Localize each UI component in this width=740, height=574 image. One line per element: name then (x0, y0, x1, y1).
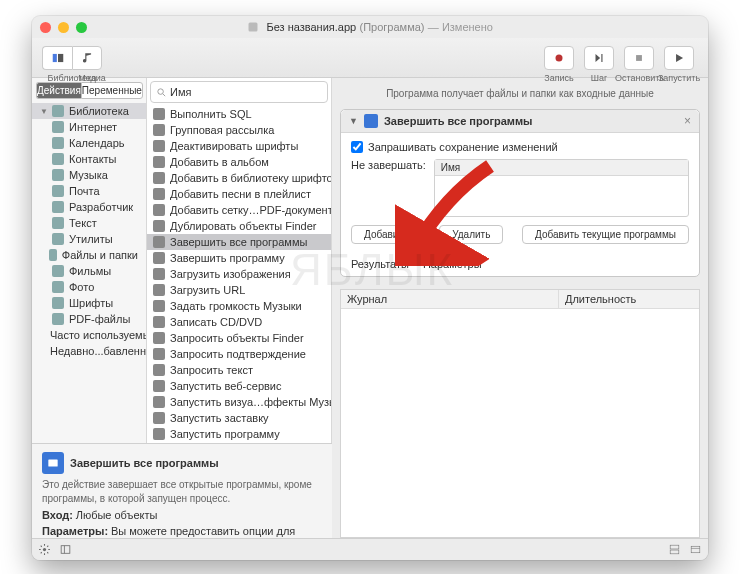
disclosure-triangle[interactable]: ▼ (349, 116, 358, 126)
footer (32, 538, 708, 560)
add-current-button[interactable]: Добавить текущие программы (522, 225, 689, 244)
log-col-duration[interactable]: Длительность (559, 290, 699, 308)
automator-window: Без названия.app (Программа) — Изменено … (32, 16, 708, 560)
action-item[interactable]: Запросить подтверждение (147, 346, 331, 362)
action-item[interactable]: Деактивировать шрифты (147, 138, 331, 154)
actions-pane: Имя Выполнить SQLГрупповая рассылкаДеакт… (147, 78, 332, 443)
options-link[interactable]: Параметры (423, 258, 482, 270)
record-label: Запись (544, 73, 574, 83)
gear-icon[interactable] (38, 543, 51, 556)
action-item[interactable]: Запросить объекты Finder (147, 330, 331, 346)
svg-point-3 (556, 54, 563, 61)
library-tabs: Действия Переменные (36, 82, 142, 99)
svg-rect-2 (58, 53, 63, 61)
log-icon[interactable] (689, 543, 702, 556)
category-item[interactable]: Интернет (32, 119, 146, 135)
action-item[interactable]: Групповая рассылка (147, 122, 331, 138)
ask-save-checkbox[interactable]: Запрашивать сохранение изменений (351, 141, 689, 153)
category-item[interactable]: Фильмы (32, 263, 146, 279)
description-text: Это действие завершает все открытые прог… (42, 478, 322, 505)
action-item[interactable]: Запустить заставку (147, 410, 331, 426)
category-item[interactable]: Календарь (32, 135, 146, 151)
action-item[interactable]: Добавить песни в плейлист (147, 186, 331, 202)
remove-action[interactable]: × (684, 114, 691, 128)
action-icon (364, 114, 378, 128)
window-title: Без названия.app (Программа) — Изменено (32, 20, 708, 34)
category-item[interactable]: Шрифты (32, 295, 146, 311)
log-col-journal[interactable]: Журнал (341, 290, 559, 308)
category-item[interactable]: Часто используемые (32, 327, 146, 343)
category-item[interactable]: Утилиты (32, 231, 146, 247)
action-item[interactable]: Добавить сетку…PDF-документам (147, 202, 331, 218)
tab-actions[interactable]: Действия (36, 82, 81, 99)
tab-variables[interactable]: Переменные (81, 82, 143, 99)
step-button[interactable] (584, 46, 614, 70)
category-item[interactable]: Музыка (32, 167, 146, 183)
description-pane: Завершить все программы Это действие зав… (32, 443, 332, 538)
input-hint: Программа получает файлы и папки как вхо… (332, 78, 708, 109)
media-label: Медиа (72, 73, 112, 83)
action-footer: Результаты Параметры (341, 252, 699, 276)
category-item[interactable]: PDF-файлы (32, 311, 146, 327)
svg-rect-12 (670, 550, 679, 554)
svg-line-6 (163, 93, 165, 95)
titlebar: Без названия.app (Программа) — Изменено (32, 16, 708, 38)
stop-button[interactable] (624, 46, 654, 70)
view-icon[interactable] (59, 543, 72, 556)
action-item[interactable]: Выполнить SQL (147, 106, 331, 122)
action-item[interactable]: Загрузить URL (147, 282, 331, 298)
search-input[interactable]: Имя (150, 81, 328, 103)
content-area: Действия Переменные ▼Библиотека Интернет… (32, 78, 708, 538)
app-icon (247, 21, 259, 33)
action-item[interactable]: Запустить веб-сервис (147, 378, 331, 394)
category-item[interactable]: ▼Библиотека (32, 103, 146, 119)
action-item[interactable]: Загрузить изображения (147, 266, 331, 282)
delete-button[interactable]: Удалить (439, 225, 503, 244)
category-pane: Действия Переменные ▼Библиотека Интернет… (32, 78, 147, 443)
media-button[interactable] (72, 46, 102, 70)
svg-rect-0 (249, 23, 258, 32)
svg-point-5 (158, 88, 164, 94)
action-item[interactable]: Задать громкость Музыки (147, 298, 331, 314)
stop-label: Остановить (615, 73, 663, 83)
category-item[interactable]: Файлы и папки (32, 247, 146, 263)
category-item[interactable]: Недавно...бавленные (32, 343, 146, 359)
category-item[interactable]: Разработчик (32, 199, 146, 215)
description-title: Завершить все программы (70, 457, 219, 469)
run-button[interactable] (664, 46, 694, 70)
workflow-pane: Программа получает файлы и папки как вхо… (332, 78, 708, 538)
action-large-icon (42, 452, 64, 474)
action-item[interactable]: Дублировать объекты Finder (147, 218, 331, 234)
action-header[interactable]: ▼ Завершить все программы × (341, 110, 699, 133)
action-item[interactable]: Запустить программу (147, 426, 331, 442)
svg-point-8 (43, 548, 46, 551)
category-item[interactable]: Почта (32, 183, 146, 199)
action-item[interactable]: Добавить в альбом (147, 154, 331, 170)
action-item[interactable]: Запросить текст (147, 362, 331, 378)
results-link[interactable]: Результаты (351, 258, 409, 270)
exclude-table[interactable]: Имя (434, 159, 689, 217)
flow-icon[interactable] (668, 543, 681, 556)
record-button[interactable] (544, 46, 574, 70)
exclude-label: Не завершать: (351, 159, 426, 171)
action-item[interactable]: Добавить в библиотеку шрифтов (147, 170, 331, 186)
library-button[interactable] (42, 46, 72, 70)
action-item[interactable]: Записать CD/DVD (147, 314, 331, 330)
category-item[interactable]: Фото (32, 279, 146, 295)
column-header: Имя (435, 160, 688, 176)
action-item[interactable]: Завершить программу (147, 250, 331, 266)
svg-rect-4 (636, 55, 642, 61)
add-button[interactable]: Добавить… (351, 225, 431, 244)
svg-rect-7 (48, 460, 57, 467)
category-item[interactable]: Текст (32, 215, 146, 231)
category-item[interactable]: Контакты (32, 151, 146, 167)
action-item[interactable]: Завершить все программы (147, 234, 331, 250)
search-icon (156, 87, 167, 98)
step-label: Шаг (584, 73, 614, 83)
run-label: Запустить (657, 73, 701, 83)
action-item[interactable]: Запустить визуа…ффекты Музыки (147, 394, 331, 410)
svg-rect-13 (691, 546, 700, 553)
workflow-action: ▼ Завершить все программы × Запрашивать … (340, 109, 700, 277)
svg-rect-1 (52, 53, 56, 61)
toolbar: Библиотека Медиа Запись Шаг Остановить З… (32, 38, 708, 78)
